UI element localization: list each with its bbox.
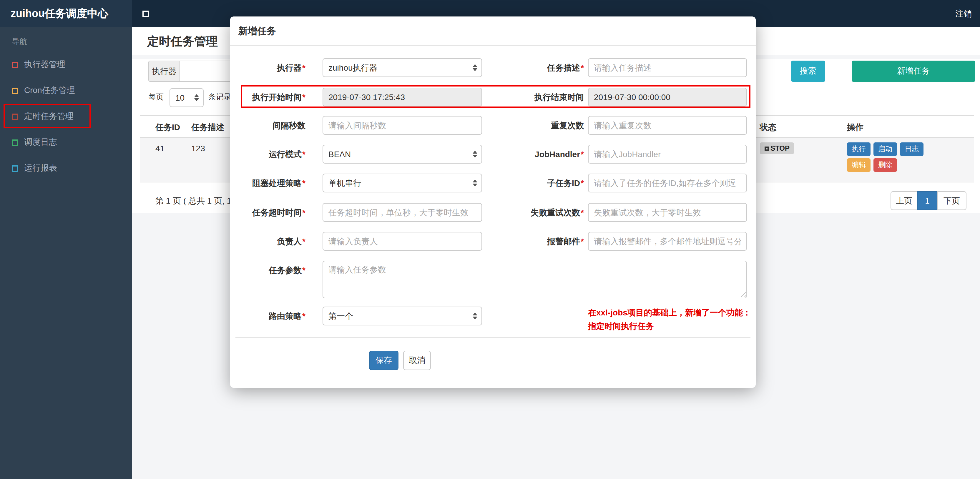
required-mark: *	[302, 237, 305, 246]
pagination-page-1[interactable]: 1	[917, 191, 938, 210]
required-mark: *	[581, 150, 584, 159]
col-header-task-desc: 任务描述	[191, 116, 224, 138]
executor-select-value: zuihou执行器	[328, 63, 377, 72]
label-text: JobHandler	[535, 150, 580, 159]
end-time-label: 执行结束时间	[489, 88, 584, 107]
cron-task-icon	[12, 88, 18, 94]
delete-button[interactable]: 删除	[873, 158, 897, 172]
select-arrows-icon	[473, 64, 477, 71]
fail-retry-input[interactable]	[588, 203, 747, 222]
child-job-id-label: 子任务ID*	[489, 173, 584, 193]
required-mark: *	[302, 208, 305, 217]
job-params-textarea[interactable]	[323, 261, 747, 298]
search-button[interactable]: 搜索	[791, 60, 825, 82]
timeout-input[interactable]	[323, 203, 482, 222]
per-page-select[interactable]: 10	[170, 88, 204, 107]
required-mark: *	[581, 237, 584, 246]
run-mode-label: 运行模式*	[230, 145, 305, 164]
sidebar: 导航 执行器管理 Cron任务管理 定时任务管理 调度日志 运行报表	[0, 27, 132, 479]
add-task-modal: 新增任务 执行器* zuihou执行器 任务描述* 执行开始时间* 执行结束时间…	[230, 16, 756, 388]
app-root: zuihou任务调度中心 注销 导航 执行器管理 Cron任务管理 定时任务管理…	[0, 0, 980, 479]
pagination-info: 第 1 页 ( 总共 1 页, 1	[155, 191, 231, 210]
collapse-sidebar-icon[interactable]	[142, 11, 149, 17]
label-text: 阻塞处理策略	[252, 178, 302, 188]
stop-square-icon	[765, 146, 769, 150]
pagination-prev-button[interactable]: 上页	[891, 191, 918, 210]
sidebar-item-executor-manage[interactable]: 执行器管理	[0, 52, 132, 78]
required-mark: *	[581, 208, 584, 217]
cancel-button[interactable]: 取消	[403, 351, 431, 370]
logout-link[interactable]: 注销	[955, 0, 972, 27]
block-strategy-select[interactable]: 单机串行	[323, 173, 482, 193]
per-page-value: 10	[175, 93, 185, 102]
label-text: 负责人	[277, 237, 302, 246]
col-header-task-id: 任务ID	[155, 116, 180, 138]
repeat-count-label: 重复次数	[489, 116, 584, 135]
modal-title: 新增任务	[230, 16, 276, 46]
pagination-next-button[interactable]: 下页	[937, 191, 966, 210]
job-handler-input[interactable]	[588, 145, 747, 164]
route-strategy-select[interactable]: 第一个	[323, 307, 482, 325]
interval-label: 间隔秒数	[230, 116, 305, 135]
start-button[interactable]: 启动	[873, 142, 897, 156]
brand-title: zuihou任务调度中心	[0, 0, 132, 27]
label-text: 运行模式	[269, 150, 302, 159]
save-button[interactable]: 保存	[369, 351, 398, 370]
sidebar-item-schedule-log[interactable]: 调度日志	[0, 129, 132, 155]
executor-select[interactable]: zuihou执行器	[323, 58, 482, 77]
label-text: 任务超时时间	[252, 208, 302, 217]
modal-header: 新增任务	[230, 16, 756, 46]
child-job-id-input[interactable]	[588, 173, 747, 193]
modal-footer-divider	[235, 337, 751, 338]
owner-input[interactable]	[323, 232, 482, 251]
sidebar-item-label: 运行报表	[24, 163, 57, 173]
start-time-input[interactable]	[323, 88, 482, 107]
executor-filter-label: 执行器	[148, 60, 180, 82]
run-mode-select[interactable]: BEAN	[323, 145, 482, 164]
start-time-label: 执行开始时间*	[230, 88, 305, 107]
required-mark: *	[302, 150, 305, 159]
sidebar-item-label: 执行器管理	[24, 59, 65, 70]
sidebar-item-label: Cron任务管理	[24, 85, 75, 96]
label-text: 执行开始时间	[252, 92, 302, 102]
select-arrows-icon	[473, 151, 477, 158]
feature-note: 在xxl-jobs项目的基础上，新增了一个功能： 指定时间执行任务	[588, 306, 765, 333]
end-time-input[interactable]	[588, 88, 747, 107]
run-mode-select-value: BEAN	[328, 150, 351, 159]
add-task-button[interactable]: 新增任务	[852, 60, 975, 82]
executor-label: 执行器*	[230, 58, 305, 77]
owner-label: 负责人*	[230, 232, 305, 251]
job-desc-input[interactable]	[588, 58, 747, 77]
repeat-count-input[interactable]	[588, 116, 747, 135]
job-desc-label: 任务描述*	[489, 58, 584, 77]
fail-retry-label: 失败重试次数*	[489, 203, 584, 222]
interval-input[interactable]	[323, 116, 482, 135]
col-header-status: 状态	[760, 116, 776, 138]
timeout-label: 任务超时时间*	[230, 203, 305, 222]
label-text: 重复次数	[551, 121, 584, 130]
block-strategy-label: 阻塞处理策略*	[230, 173, 305, 193]
label-text: 间隔秒数	[272, 121, 305, 130]
job-params-label: 任务参数*	[230, 261, 305, 280]
required-mark: *	[302, 266, 305, 275]
sidebar-item-run-report[interactable]: 运行报表	[0, 155, 132, 181]
label-text: 任务描述	[547, 63, 580, 72]
job-handler-label: JobHandler*	[489, 145, 584, 164]
required-mark: *	[302, 178, 305, 188]
sidebar-item-timed-task[interactable]: 定时任务管理	[0, 103, 132, 129]
select-arrows-icon	[473, 180, 477, 186]
run-report-icon	[12, 165, 18, 172]
block-strategy-select-value: 单机串行	[328, 178, 361, 188]
sidebar-nav-label: 导航	[0, 27, 132, 52]
route-strategy-select-value: 第一个	[328, 311, 353, 321]
edit-button[interactable]: 编辑	[847, 158, 870, 172]
alarm-email-label: 报警邮件*	[489, 232, 584, 251]
cell-task-desc: 123	[191, 143, 205, 153]
row-actions-line1: 执行 启动 日志	[847, 142, 923, 156]
log-button[interactable]: 日志	[900, 142, 923, 156]
alarm-email-input[interactable]	[588, 232, 747, 251]
run-button[interactable]: 执行	[847, 142, 870, 156]
label-text: 失败重试次数	[531, 208, 580, 217]
route-strategy-label: 路由策略*	[230, 307, 305, 325]
sidebar-item-cron-task[interactable]: Cron任务管理	[0, 78, 132, 103]
